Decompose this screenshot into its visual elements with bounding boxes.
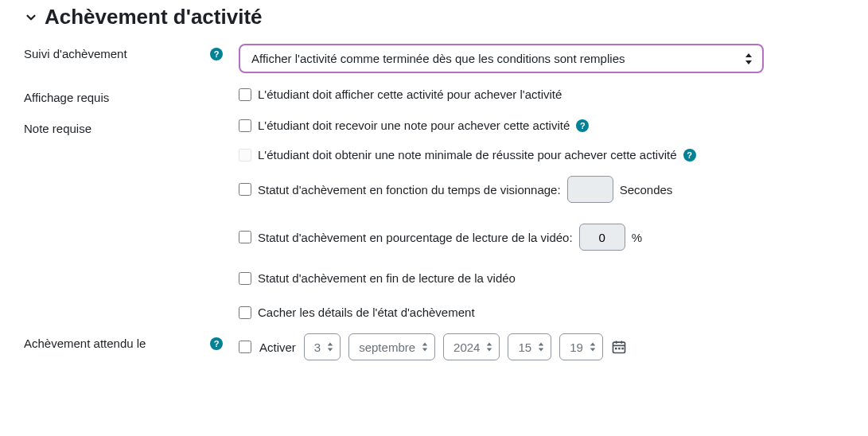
calendar-icon[interactable]	[611, 339, 627, 355]
svg-marker-5	[422, 348, 427, 352]
svg-marker-7	[487, 348, 492, 352]
svg-marker-11	[590, 348, 595, 352]
tracking-selected-value: Afficher l'activité comme terminée dès q…	[251, 52, 625, 65]
checkbox-hidedetails[interactable]	[239, 306, 251, 319]
checkbox-percent[interactable]	[239, 231, 251, 243]
input-watchtime-seconds[interactable]	[567, 176, 613, 203]
svg-marker-1	[745, 60, 752, 64]
help-icon[interactable]: ?	[210, 337, 223, 350]
unit-seconds: Secondes	[620, 183, 673, 197]
label-view-required: Affichage requis	[24, 91, 109, 104]
input-percent[interactable]	[579, 224, 625, 251]
help-icon[interactable]: ?	[576, 119, 589, 132]
svg-marker-8	[539, 342, 543, 345]
checkbox-view-required[interactable]	[239, 88, 251, 101]
opt-view-text: L'étudiant doit afficher cette activité …	[258, 88, 562, 101]
opt-percent-label: Statut d'achèvement en pourcentage de le…	[258, 231, 573, 244]
opt-passing-text: L'étudiant doit obtenir une note minimal…	[258, 148, 677, 162]
select-year: 2024	[443, 333, 500, 360]
help-icon[interactable]: ?	[683, 149, 696, 162]
select-caret-icon	[327, 342, 333, 352]
svg-rect-16	[615, 348, 617, 350]
opt-hidedetails-text: Cacher les détails de l'état d'achèvemen…	[258, 306, 475, 319]
checkbox-grade-required[interactable]	[239, 119, 251, 132]
svg-marker-0	[745, 53, 752, 57]
svg-rect-17	[618, 348, 621, 350]
label-grade-required: Note requise	[24, 122, 91, 135]
svg-marker-4	[422, 342, 427, 345]
select-caret-icon	[745, 53, 753, 64]
select-caret-icon	[538, 342, 544, 352]
label-tracking: Suivi d'achèvement	[24, 47, 127, 60]
opt-endvideo-text: Statut d'achèvement en fin de lecture de…	[258, 271, 516, 285]
svg-marker-2	[328, 342, 333, 345]
enable-label: Activer	[259, 341, 296, 354]
select-day: 3	[304, 333, 341, 360]
opt-grade-text: L'étudiant doit recevoir une note pour a…	[258, 119, 570, 132]
svg-marker-10	[590, 342, 595, 345]
checkbox-enable-expected[interactable]	[239, 341, 251, 353]
checkbox-passing-grade	[239, 149, 251, 162]
select-hour: 15	[508, 333, 551, 360]
select-caret-icon	[590, 342, 596, 352]
unit-percent: %	[632, 231, 642, 244]
label-expected: Achèvement attendu le	[24, 337, 146, 350]
help-icon[interactable]: ?	[210, 48, 223, 60]
section-title: Achèvement d'activité	[45, 5, 263, 29]
opt-watchtime-label: Statut d'achèvement en fonction du temps…	[258, 183, 561, 197]
svg-rect-12	[613, 342, 625, 352]
select-minute: 19	[559, 333, 603, 360]
section-header[interactable]: Achèvement d'activité	[24, 5, 844, 29]
svg-marker-9	[539, 348, 543, 352]
checkbox-endvideo[interactable]	[239, 272, 251, 285]
select-month: septembre	[348, 333, 435, 360]
svg-rect-18	[621, 348, 624, 350]
checkbox-watchtime[interactable]	[239, 183, 251, 196]
select-caret-icon	[422, 342, 428, 352]
select-caret-icon	[486, 342, 492, 352]
completion-tracking-select[interactable]: Afficher l'activité comme terminée dès q…	[239, 44, 764, 73]
chevron-down-icon	[24, 10, 38, 25]
svg-marker-3	[328, 348, 333, 352]
svg-marker-6	[487, 342, 492, 345]
